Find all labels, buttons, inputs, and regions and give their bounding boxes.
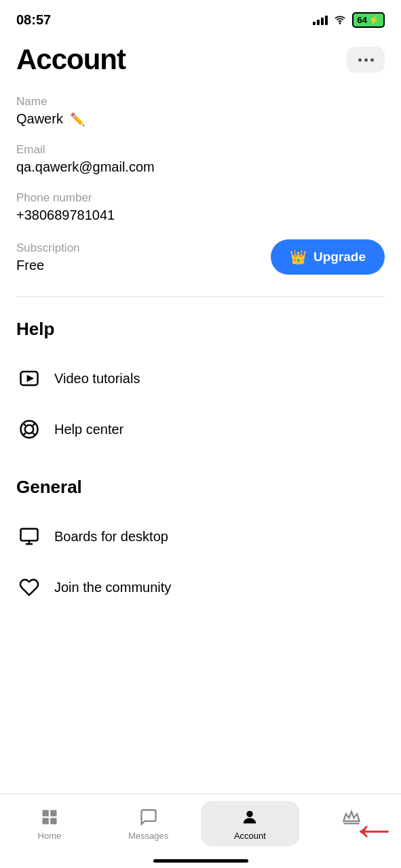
svg-rect-12 [42,810,48,816]
home-nav-label: Home [38,831,62,841]
home-bar [153,859,248,863]
name-field-group: Name Qawerk ✏️ [16,95,385,127]
nav-item-home[interactable]: Home [0,801,99,846]
subscription-label: Subscription [16,241,80,255]
account-nav-icon [239,806,261,828]
content-padding [0,613,401,694]
nav-item-messages[interactable]: Messages [99,801,198,846]
messages-nav-label: Messages [128,831,168,841]
page-title: Account [16,43,126,76]
help-section-title: Help [16,319,385,340]
status-time: 08:57 [16,12,51,28]
signal-icon [313,14,328,25]
menu-item-help-center[interactable]: Help center [16,404,385,455]
menu-item-video-tutorials[interactable]: Video tutorials [16,353,385,404]
general-section: General Boards for desktop Join the comm… [0,455,401,613]
battery-icon: 64⚡ [352,12,385,28]
join-community-label: Join the community [54,580,171,595]
wifi-icon [333,14,347,25]
boards-desktop-label: Boards for desktop [54,529,168,545]
upgrade-button[interactable]: 👑 Upgrade [271,239,385,275]
video-tutorials-label: Video tutorials [54,371,140,387]
email-label: Email [16,143,385,157]
email-field-group: Email qa.qawerk@gmail.com [16,143,385,175]
phone-field-group: Phone number +380689781041 [16,191,385,223]
svg-line-5 [23,423,26,426]
name-value-row: Qawerk ✏️ [16,111,385,127]
header: Account [0,35,401,90]
home-nav-icon [39,806,60,828]
email-value: qa.qawerk@gmail.com [16,159,385,175]
profile-section: Name Qawerk ✏️ Email qa.qawerk@gmail.com… [0,90,401,275]
status-icons: 64⚡ [313,12,385,28]
help-section: Help Video tutorials Help center [0,297,401,455]
svg-line-7 [23,433,26,435]
svg-line-8 [33,423,35,426]
boards-desktop-icon [16,524,42,549]
arrow-icon: ← [349,804,398,853]
svg-point-4 [25,425,34,434]
subscription-value: Free [16,258,80,273]
menu-item-boards-desktop[interactable]: Boards for desktop [16,511,385,562]
edit-name-icon[interactable]: ✏️ [70,112,85,127]
status-bar: 08:57 64⚡ [0,0,401,35]
help-center-label: Help center [54,422,123,437]
crown-icon: 👑 [290,249,307,265]
svg-rect-15 [50,818,56,824]
upgrade-label: Upgrade [313,250,366,264]
join-community-icon [16,574,42,600]
phone-label: Phone number [16,191,385,205]
messages-nav-icon [138,806,159,828]
video-tutorials-icon [16,366,42,391]
subscription-row: Subscription Free 👑 Upgrade [16,239,385,275]
svg-line-6 [33,433,35,435]
svg-point-0 [339,23,340,24]
name-value: Qawerk [16,111,63,127]
general-section-title: General [16,477,385,498]
name-label: Name [16,95,385,108]
svg-rect-14 [42,818,48,824]
svg-marker-2 [28,376,33,381]
svg-rect-13 [50,810,56,816]
more-button[interactable] [347,47,385,73]
subscription-info: Subscription Free [16,241,80,273]
arrow-indicator: ← [340,808,401,849]
account-nav-label: Account [234,831,266,841]
svg-rect-9 [21,529,38,541]
menu-item-join-community[interactable]: Join the community [16,562,385,613]
phone-value: +380689781041 [16,208,385,223]
nav-item-account[interactable]: Account [201,801,300,846]
help-center-icon [16,416,42,442]
svg-point-16 [247,811,253,817]
